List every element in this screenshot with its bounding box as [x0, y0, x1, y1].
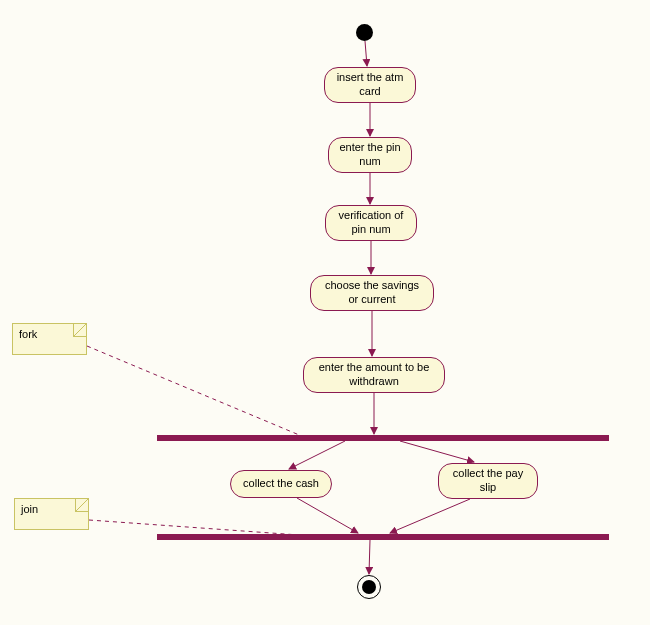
activity-label: verification of pin num [336, 209, 406, 237]
activity-label: collect the pay slip [449, 467, 527, 495]
activity-label: insert the atm card [335, 71, 405, 99]
svg-line-11 [87, 346, 304, 437]
final-node-inner [362, 580, 376, 594]
note-corner-icon [75, 499, 88, 512]
note-corner-icon [73, 324, 86, 337]
note-join: join [14, 498, 89, 530]
note-label: fork [19, 328, 37, 340]
activity-insert-card: insert the atm card [324, 67, 416, 103]
join-bar [157, 534, 609, 540]
activity-label: collect the cash [243, 477, 319, 491]
note-label: join [21, 503, 38, 515]
svg-line-0 [365, 41, 367, 66]
note-fork: fork [12, 323, 87, 355]
activity-label: enter the amount to be withdrawn [314, 361, 434, 389]
activity-label: choose the savings or current [321, 279, 423, 307]
activity-collect-pay-slip: collect the pay slip [438, 463, 538, 499]
activity-enter-amount: enter the amount to be withdrawn [303, 357, 445, 393]
activity-collect-cash: collect the cash [230, 470, 332, 498]
svg-line-8 [297, 498, 358, 533]
final-node [357, 575, 381, 599]
svg-line-9 [390, 499, 470, 533]
activity-choose-account: choose the savings or current [310, 275, 434, 311]
fork-bar [157, 435, 609, 441]
svg-line-10 [369, 540, 370, 574]
activity-label: enter the pin num [339, 141, 401, 169]
initial-node [356, 24, 373, 41]
activity-verify-pin: verification of pin num [325, 205, 417, 241]
activity-enter-pin: enter the pin num [328, 137, 412, 173]
svg-line-6 [289, 441, 345, 469]
svg-line-7 [400, 441, 474, 462]
